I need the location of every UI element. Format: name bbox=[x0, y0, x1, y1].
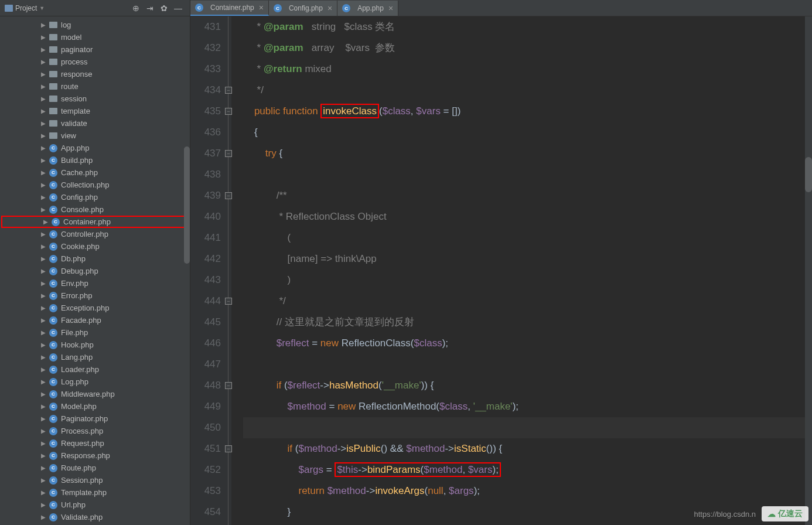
editor-tab[interactable]: CApp.php× bbox=[337, 1, 398, 16]
tree-file[interactable]: ▶CRoute.php bbox=[0, 462, 190, 474]
code-line[interactable]: * @param string $class 类名 bbox=[243, 16, 812, 38]
tree-folder[interactable]: ▶template bbox=[0, 105, 190, 117]
tree-file[interactable]: ▶CProcess.php bbox=[0, 425, 190, 437]
tree-folder[interactable]: ▶route bbox=[0, 80, 190, 93]
php-icon: C bbox=[274, 4, 282, 12]
code-line[interactable]: if ($reflect->hasMethod('__make')) { bbox=[243, 375, 812, 396]
tree-file[interactable]: ▶CCache.php bbox=[0, 166, 190, 179]
tree-folder[interactable]: ▶view bbox=[0, 129, 190, 142]
tree-file[interactable]: ▶CSession.php bbox=[0, 474, 190, 486]
tree-file[interactable]: ▶CRequest.php bbox=[0, 437, 190, 449]
code-line[interactable]: */ bbox=[243, 80, 812, 101]
tree-folder[interactable]: ▶model bbox=[0, 31, 190, 43]
code-line[interactable]: $args = $this->bindParams($method, $vars… bbox=[243, 459, 812, 480]
editor-tab[interactable]: CContainer.php× bbox=[190, 1, 269, 16]
code-editor[interactable]: 4314324334344354364374384394404414424434… bbox=[190, 16, 812, 525]
chevron-right-icon: ▶ bbox=[41, 415, 47, 422]
code-line[interactable]: * ReflectionClass Object bbox=[243, 206, 812, 227]
tree-file[interactable]: ▶CBuild.php bbox=[0, 154, 190, 166]
code-line[interactable]: * @param array $vars 参数 bbox=[243, 38, 812, 59]
tree-file[interactable]: ▶CDb.php bbox=[0, 253, 190, 265]
tree-file[interactable]: ▶CLang.php bbox=[0, 351, 190, 363]
tree-file[interactable]: ▶CLoader.php bbox=[0, 363, 190, 376]
code-line[interactable]: // 这里就是之前文章提到的反射 bbox=[243, 312, 812, 333]
project-dropdown[interactable]: Project ▼ bbox=[5, 4, 45, 12]
code-line[interactable] bbox=[243, 354, 812, 375]
tree-file[interactable]: ▶CController.php bbox=[0, 228, 190, 240]
editor-tab[interactable]: CConfig.php× bbox=[269, 1, 337, 16]
tree-file[interactable]: ▶CMiddleware.php bbox=[0, 388, 190, 400]
tree-file[interactable]: ▶CDebug.php bbox=[0, 265, 190, 277]
code-line[interactable]: $reflect = new ReflectionClass($class); bbox=[243, 333, 812, 354]
tree-file[interactable]: ▶CHook.php bbox=[0, 339, 190, 351]
tree-folder[interactable]: ▶session bbox=[0, 93, 190, 105]
minimize-icon[interactable]: — bbox=[173, 4, 183, 13]
chevron-right-icon: ▶ bbox=[41, 428, 47, 434]
collapse-icon[interactable]: ⇥ bbox=[145, 4, 155, 13]
tree-file[interactable]: ▶CValidate.php bbox=[0, 511, 190, 523]
close-icon[interactable]: × bbox=[327, 4, 332, 13]
tree-file[interactable]: ▶CException.php bbox=[0, 302, 190, 314]
tree-file[interactable]: ▶CError.php bbox=[0, 289, 190, 302]
tree-file[interactable]: ▶CConsole.php bbox=[0, 203, 190, 216]
tree-file[interactable]: ▶CConfig.php bbox=[0, 191, 190, 203]
php-icon: C bbox=[49, 403, 57, 411]
chevron-right-icon: ▶ bbox=[41, 391, 47, 397]
chevron-right-icon: ▶ bbox=[41, 132, 47, 139]
tree-file[interactable]: ▶CFacade.php bbox=[0, 314, 190, 326]
gear-icon[interactable]: ✿ bbox=[159, 4, 169, 13]
code-line[interactable]: * @return mixed bbox=[243, 59, 812, 80]
line-number: 432 bbox=[190, 38, 221, 59]
close-icon[interactable]: × bbox=[388, 4, 393, 13]
php-icon: C bbox=[49, 169, 57, 177]
folder-icon bbox=[49, 34, 57, 40]
code-line[interactable]: /** bbox=[243, 185, 812, 206]
tree-folder[interactable]: ▶paginator bbox=[0, 43, 190, 56]
code-line[interactable]: [name] => think\App bbox=[243, 248, 812, 270]
gutter: 4314324334344354364374384394404414424434… bbox=[190, 16, 231, 525]
php-icon: C bbox=[52, 218, 60, 226]
editor-scrollbar[interactable] bbox=[805, 16, 812, 525]
tree-folder[interactable]: ▶response bbox=[0, 68, 190, 80]
chevron-right-icon: ▶ bbox=[41, 182, 47, 188]
code-line[interactable]: $method = new ReflectionMethod($class, '… bbox=[243, 396, 812, 417]
tree-folder[interactable]: ▶validate bbox=[0, 117, 190, 129]
tree-file[interactable]: ▶CCollection.php bbox=[0, 179, 190, 191]
tree-file[interactable]: ▶CFile.php bbox=[0, 326, 190, 339]
tree-file[interactable]: ▶CContainer.php bbox=[1, 216, 189, 228]
editor-scrollbar-thumb[interactable] bbox=[805, 157, 812, 192]
tree-item-label: template bbox=[61, 107, 90, 115]
tree-file[interactable]: ▶CPaginator.php bbox=[0, 412, 190, 425]
code-line[interactable] bbox=[243, 164, 812, 185]
tree-item-label: Cache.php bbox=[61, 168, 98, 177]
code-line[interactable]: public function invokeClass($class, $var… bbox=[243, 101, 812, 122]
close-icon[interactable]: × bbox=[259, 3, 264, 12]
tree-folder[interactable]: ▶process bbox=[0, 56, 190, 68]
line-number: 441 bbox=[190, 227, 221, 248]
code-line[interactable]: ) bbox=[243, 270, 812, 291]
tree-file[interactable]: ▶CLog.php bbox=[0, 376, 190, 388]
php-icon: C bbox=[49, 181, 57, 189]
folder-icon bbox=[49, 120, 57, 127]
tree-scrollbar[interactable] bbox=[184, 16, 190, 525]
code-line[interactable]: try { bbox=[243, 143, 812, 164]
tree-file[interactable]: ▶CTemplate.php bbox=[0, 486, 190, 499]
tree-scrollbar-thumb[interactable] bbox=[184, 146, 190, 264]
code-line[interactable]: ( bbox=[243, 227, 812, 248]
tree-file[interactable]: ▶CResponse.php bbox=[0, 449, 190, 462]
tree-file[interactable]: ▶CEnv.php bbox=[0, 277, 190, 289]
tree-file[interactable]: ▶CApp.php bbox=[0, 142, 190, 154]
tree-item-label: File.php bbox=[61, 328, 88, 337]
code-line[interactable]: return $method->invokeArgs(null, $args); bbox=[243, 480, 812, 502]
tree-file[interactable]: ▶CModel.php bbox=[0, 400, 190, 412]
target-icon[interactable]: ⊕ bbox=[131, 4, 141, 13]
code-line[interactable]: if ($method->isPublic() && $method->isSt… bbox=[243, 438, 812, 459]
tree-file[interactable]: ▶CUrl.php bbox=[0, 499, 190, 511]
code-line[interactable]: { bbox=[243, 122, 812, 143]
code-content[interactable]: * @param string $class 类名 * @param array… bbox=[231, 16, 812, 525]
tree-file[interactable]: ▶CCookie.php bbox=[0, 240, 190, 253]
tree-folder[interactable]: ▶log bbox=[0, 19, 190, 31]
code-line[interactable] bbox=[243, 417, 812, 438]
code-line[interactable]: */ bbox=[243, 291, 812, 312]
project-tree[interactable]: ▶log▶model▶paginator▶process▶response▶ro… bbox=[0, 16, 190, 525]
